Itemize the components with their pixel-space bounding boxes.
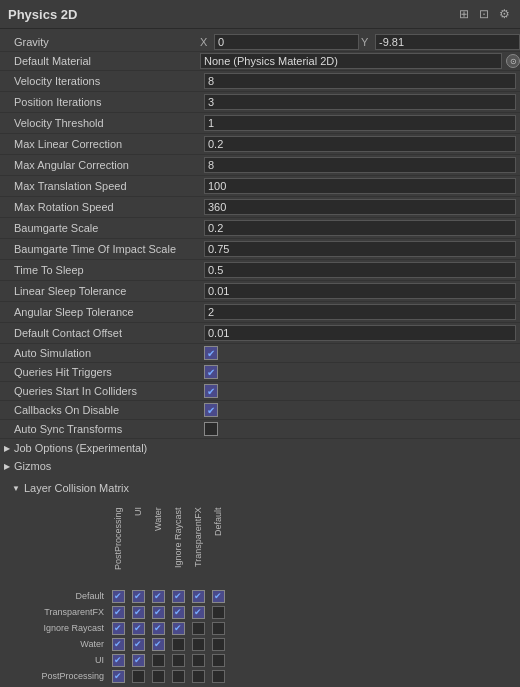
matrix-cell[interactable]	[208, 669, 228, 683]
cb-label: Auto Sync Transforms	[0, 423, 200, 435]
row-label: Time To Sleep	[0, 264, 200, 276]
matrix-cell[interactable]: ✔	[108, 605, 128, 619]
section-job-options-(experimental)[interactable]: ▶ Job Options (Experimental)	[0, 439, 520, 457]
row-max-rotation-speed: Max Rotation Speed	[0, 197, 520, 218]
matrix-cell[interactable]	[168, 637, 188, 651]
row-input[interactable]	[204, 241, 516, 257]
matrix-cell[interactable]: ✔	[128, 621, 148, 635]
matrix-cell[interactable]: ✔	[148, 637, 168, 651]
grid-icon[interactable]: ⊡	[476, 6, 492, 22]
matrix-row-label: TransparentFX	[18, 607, 108, 617]
row-input[interactable]	[204, 136, 516, 152]
row-input[interactable]	[204, 94, 516, 110]
row-label: Default Contact Offset	[0, 327, 200, 339]
row-value	[200, 93, 520, 111]
matrix-cb-unchecked	[152, 654, 165, 667]
matrix-cell[interactable]: ✔	[148, 605, 168, 619]
row-value	[200, 177, 520, 195]
matrix-cell[interactable]: ✔	[108, 653, 128, 667]
default-material-row: Default Material None (Physics Material …	[0, 52, 520, 71]
row-input[interactable]	[204, 220, 516, 236]
checkbox-row-queries-start-in-colliders: Queries Start In Colliders ✔	[0, 382, 520, 401]
checkbox-unchecked[interactable]	[204, 422, 218, 436]
matrix-cb-unchecked	[172, 654, 185, 667]
layer-collision-title[interactable]: ▼ Layer Collision Matrix	[8, 479, 512, 497]
row-input[interactable]	[204, 325, 516, 341]
row-input[interactable]	[204, 199, 516, 215]
matrix-cell[interactable]: ✔	[148, 621, 168, 635]
row-velocity-iterations: Velocity Iterations	[0, 71, 520, 92]
row-input[interactable]	[204, 283, 516, 299]
material-picker-button[interactable]: ⊙	[506, 54, 520, 68]
matrix-cb-checked: ✔	[172, 590, 185, 603]
checkbox-checked[interactable]: ✔	[204, 365, 218, 379]
matrix-row-label: PostProcessing	[18, 671, 108, 681]
row-input[interactable]	[204, 178, 516, 194]
row-value	[200, 261, 520, 279]
matrix-cell[interactable]	[208, 637, 228, 651]
row-baumgarte-scale: Baumgarte Scale	[0, 218, 520, 239]
row-value	[200, 303, 520, 321]
row-input[interactable]	[204, 262, 516, 278]
matrix-cell[interactable]	[168, 669, 188, 683]
row-input[interactable]	[204, 304, 516, 320]
matrix-cell[interactable]: ✔	[108, 669, 128, 683]
cb-cell	[200, 421, 520, 437]
matrix-cell[interactable]	[168, 653, 188, 667]
row-label: Velocity Iterations	[0, 75, 200, 87]
row-label: Position Iterations	[0, 96, 200, 108]
matrix-cell[interactable]: ✔	[168, 605, 188, 619]
matrix-cb-checked: ✔	[152, 606, 165, 619]
gear-icon[interactable]: ⚙	[496, 6, 512, 22]
matrix-row-label: Default	[18, 591, 108, 601]
row-input[interactable]	[204, 115, 516, 131]
matrix-cell[interactable]: ✔	[128, 653, 148, 667]
matrix-header-row: PostProcessingUIWaterIgnore RaycastTrans…	[18, 505, 512, 585]
matrix-cell[interactable]	[148, 669, 168, 683]
matrix-cell[interactable]	[128, 669, 148, 683]
matrix-cell[interactable]	[188, 621, 208, 635]
matrix-cb-unchecked	[192, 638, 205, 651]
matrix-cb-checked: ✔	[152, 590, 165, 603]
matrix-col-label: Water	[148, 505, 168, 585]
matrix-cell[interactable]	[188, 669, 208, 683]
checkbox-checked[interactable]: ✔	[204, 403, 218, 417]
cb-label: Callbacks On Disable	[0, 404, 200, 416]
matrix-cell[interactable]	[148, 653, 168, 667]
matrix-cell[interactable]: ✔	[108, 637, 128, 651]
row-input[interactable]	[204, 73, 516, 89]
section-triangle: ▶	[4, 462, 10, 471]
gravity-y-input[interactable]	[375, 34, 520, 50]
matrix-cell[interactable]: ✔	[188, 589, 208, 603]
row-value	[200, 135, 520, 153]
header-icons: ⊞ ⊡ ⚙	[456, 6, 512, 22]
checkbox-checked[interactable]: ✔	[204, 384, 218, 398]
matrix-cell[interactable]	[208, 605, 228, 619]
layer-collision-label: Layer Collision Matrix	[24, 482, 129, 494]
gravity-x-input[interactable]	[214, 34, 359, 50]
row-label: Velocity Threshold	[0, 117, 200, 129]
matrix-cell[interactable]: ✔	[128, 637, 148, 651]
section-gizmos[interactable]: ▶ Gizmos	[0, 457, 520, 475]
matrix-cell[interactable]	[208, 653, 228, 667]
matrix-cell[interactable]	[188, 637, 208, 651]
checkbox-checked[interactable]: ✔	[204, 346, 218, 360]
matrix-cell[interactable]	[208, 621, 228, 635]
matrix-cell[interactable]: ✔	[148, 589, 168, 603]
matrix-cb-checked: ✔	[212, 590, 225, 603]
row-input[interactable]	[204, 157, 516, 173]
row-label: Max Translation Speed	[0, 180, 200, 192]
matrix-cell[interactable]: ✔	[168, 621, 188, 635]
matrix-cell[interactable]	[188, 653, 208, 667]
matrix-row-label: UI	[18, 655, 108, 665]
matrix-cell[interactable]: ✔	[108, 621, 128, 635]
layers-icon[interactable]: ⊞	[456, 6, 472, 22]
matrix-cb-unchecked	[212, 638, 225, 651]
matrix-cell[interactable]: ✔	[168, 589, 188, 603]
matrix-cell[interactable]: ✔	[108, 589, 128, 603]
matrix-cell[interactable]: ✔	[188, 605, 208, 619]
matrix-cell[interactable]: ✔	[128, 605, 148, 619]
matrix-cell[interactable]: ✔	[128, 589, 148, 603]
default-material-field[interactable]: None (Physics Material 2D)	[200, 53, 502, 69]
matrix-cell[interactable]: ✔	[208, 589, 228, 603]
